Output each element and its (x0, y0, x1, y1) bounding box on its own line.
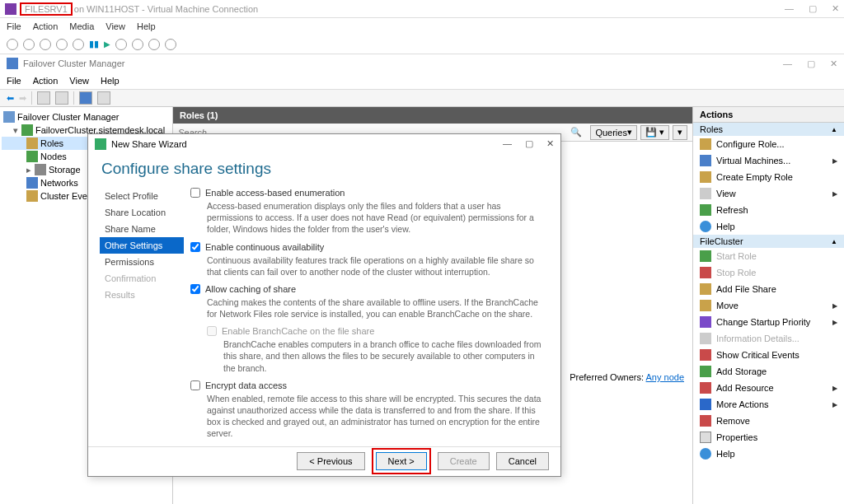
actions-section-filecluster[interactable]: FileCluster▲ (693, 235, 844, 248)
opt-caching[interactable]: Allow caching of share (190, 284, 546, 294)
pause-icon[interactable]: ▮▮ (89, 39, 99, 49)
toolbar-btn-2[interactable] (23, 39, 35, 50)
vm-titlebar: FILESRV1 on WIN11HOST - Virtual Machine … (0, 0, 844, 18)
app-menu-view[interactable]: View (69, 76, 89, 86)
action-icon (700, 382, 711, 394)
vm-menu-action[interactable]: Action (33, 21, 59, 31)
action-icon (700, 283, 711, 295)
wizard-nav: Select Profile Share Location Share Name… (88, 188, 184, 446)
wiz-nav-other[interactable]: Other Settings (100, 237, 184, 254)
toolbar-btn-6[interactable] (115, 39, 127, 50)
app-maximize-icon[interactable]: ▢ (807, 58, 815, 69)
vm-menu-media[interactable]: Media (69, 21, 94, 31)
toolbar-btn-5[interactable] (73, 39, 84, 50)
wizard-buttons: < Previous Next > Create Cancel (88, 446, 560, 476)
next-button[interactable]: Next > (376, 452, 427, 470)
vm-menu-help[interactable]: Help (137, 21, 156, 31)
action-information-details-: Information Details... (693, 330, 844, 347)
action-add-storage[interactable]: Add Storage (693, 363, 844, 380)
action-move[interactable]: Move▶ (693, 297, 844, 314)
toolbar-btn-3[interactable] (40, 39, 51, 50)
action-remove[interactable]: Remove (693, 413, 844, 429)
action-icon (700, 204, 711, 216)
opt-access-enum-desc: Access-based enumeration displays only t… (190, 200, 546, 236)
toolbar-btn-8[interactable] (148, 39, 160, 50)
opt-branchcache[interactable]: Enable BranchCache on the file share (207, 326, 546, 336)
action-icon (700, 366, 711, 377)
action-virtual-machines-[interactable]: Virtual Machines...▶ (693, 152, 844, 169)
play-icon[interactable]: ▶ (104, 40, 110, 49)
action-show-critical-events[interactable]: Show Critical Events (693, 347, 844, 363)
app-titlebar: Failover Cluster Manager — ▢ ✕ (0, 54, 844, 72)
action-refresh[interactable]: Refresh (693, 202, 844, 218)
roles-header: Roles (1) (173, 107, 692, 124)
action-icon (700, 432, 711, 443)
next-highlight: Next > (372, 448, 431, 474)
toolbar-btn-4[interactable] (56, 39, 68, 50)
action-more-actions[interactable]: More Actions▶ (693, 396, 844, 413)
search-icon[interactable]: 🔍 (570, 127, 582, 138)
opt-continuous[interactable]: Enable continuous availability (190, 242, 546, 252)
action-add-resource[interactable]: Add Resource▶ (693, 380, 844, 396)
previous-button[interactable]: < Previous (297, 452, 364, 470)
help-icon[interactable] (79, 91, 92, 105)
filter-button[interactable]: ▾ (673, 125, 687, 140)
action-help[interactable]: Help (693, 218, 844, 235)
toolbar-ico-2[interactable] (55, 91, 68, 105)
action-icon (700, 300, 711, 311)
wiz-nav-location[interactable]: Share Location (100, 204, 184, 221)
save-button[interactable]: 💾 ▾ (640, 125, 669, 140)
minimize-icon[interactable]: — (785, 3, 794, 14)
app-menu-help[interactable]: Help (101, 76, 120, 86)
close-icon[interactable]: ✕ (832, 3, 839, 14)
checkbox-caching[interactable] (190, 284, 200, 294)
vm-menu-view[interactable]: View (106, 21, 125, 31)
action-add-file-share[interactable]: Add File Share (693, 281, 844, 297)
vm-menu-file[interactable]: File (7, 21, 21, 31)
chevron-right-icon: ▶ (832, 157, 837, 165)
checkbox-branchcache (207, 326, 217, 336)
wizard-title: New Share Wizard (111, 139, 187, 149)
maximize-icon[interactable]: ▢ (809, 3, 817, 14)
action-configure-role-[interactable]: Configure Role... (693, 136, 844, 152)
app-minimize-icon[interactable]: — (783, 58, 792, 69)
toolbar-ico-1[interactable] (37, 91, 50, 105)
back-icon[interactable]: ⬅ (7, 93, 14, 104)
wizard-minimize-icon[interactable]: — (503, 138, 512, 149)
tree-root[interactable]: Failover Cluster Manager (2, 110, 171, 124)
action-create-empty-role[interactable]: Create Empty Role (693, 169, 844, 185)
queries-button[interactable]: Queries ▾ (590, 125, 637, 140)
app-close-icon[interactable]: ✕ (830, 58, 837, 69)
wizard-maximize-icon[interactable]: ▢ (525, 138, 533, 149)
wiz-nav-name[interactable]: Share Name (100, 221, 184, 237)
wizard-close-icon[interactable]: ✕ (546, 138, 554, 149)
cancel-button[interactable]: Cancel (496, 452, 549, 470)
app-menubar: File Action View Help (0, 72, 844, 89)
wiz-nav-permissions[interactable]: Permissions (100, 254, 184, 270)
wiz-nav-profile[interactable]: Select Profile (100, 188, 184, 204)
forward-icon[interactable]: ➡ (19, 93, 26, 104)
toolbar-btn-1[interactable] (7, 39, 18, 50)
toolbar-btn-9[interactable] (165, 39, 176, 50)
action-icon (700, 188, 711, 199)
preferred-owners: Preferred Owners: Any node (570, 372, 684, 382)
app-menu-file[interactable]: File (7, 76, 21, 86)
toolbar-btn-7[interactable] (132, 39, 143, 50)
wiz-nav-confirmation: Confirmation (100, 270, 184, 287)
opt-encrypt[interactable]: Encrypt data access (190, 380, 546, 390)
wizard-icon (95, 138, 106, 150)
checkbox-continuous[interactable] (190, 242, 200, 252)
action-help[interactable]: Help (693, 446, 844, 462)
actions-section-roles[interactable]: Roles▲ (693, 123, 844, 136)
chevron-right-icon: ▶ (832, 190, 837, 198)
toolbar-ico-3[interactable] (97, 91, 110, 105)
action-view[interactable]: View▶ (693, 185, 844, 202)
checkbox-access-enum[interactable] (190, 188, 200, 198)
app-menu-action[interactable]: Action (33, 76, 59, 86)
opt-access-enum[interactable]: Enable access-based enumeration (190, 188, 546, 198)
opt-continuous-desc: Continuous availability features track f… (190, 254, 546, 278)
action-change-startup-priority[interactable]: Change Startup Priority▶ (693, 314, 844, 330)
checkbox-encrypt[interactable] (190, 380, 200, 390)
preferred-owners-link[interactable]: Any node (646, 372, 684, 382)
action-properties[interactable]: Properties (693, 429, 844, 446)
